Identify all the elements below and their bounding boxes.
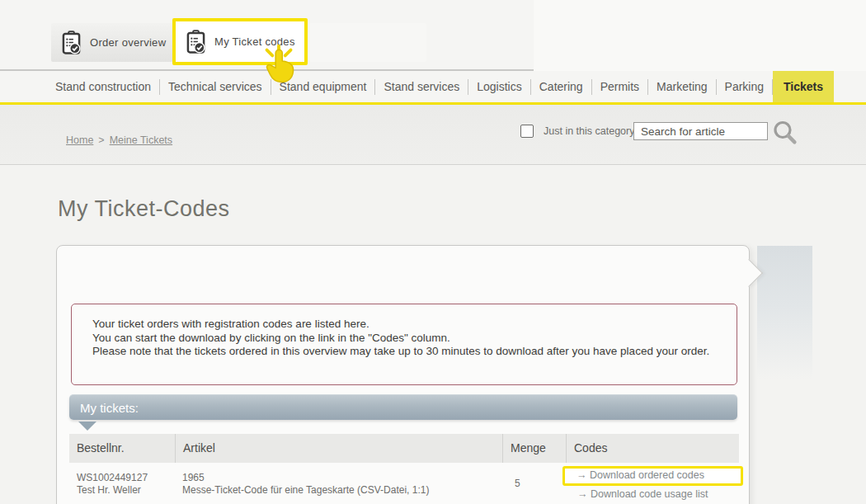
table-row: WS1002449127 Test Hr. Weller 1965 Messe-… — [69, 464, 739, 504]
breadcrumb-current-link[interactable]: Meine Tickets — [110, 134, 172, 146]
tickets-panel: Your ticket orders with registration cod… — [56, 245, 750, 504]
top-strip-right-shade — [534, 0, 866, 71]
order-number-cell: WS1002449127 Test Hr. Weller — [69, 464, 175, 504]
breadcrumb: Home>Meine Tickets — [66, 134, 172, 146]
top-strip: Order overview My Ticket codes — [0, 0, 866, 71]
nav-item-logistics[interactable]: Logistics — [468, 71, 529, 102]
column-header-artikel: Artikel — [175, 434, 502, 463]
nav-item-stand-construction[interactable]: Stand construction — [47, 71, 159, 102]
my-tickets-section-header: My tickets: — [69, 394, 737, 420]
download-highlight-box: → Download ordered codes — [562, 466, 743, 486]
nav-item-permits[interactable]: Permits — [592, 71, 647, 102]
nav-item-marketing[interactable]: Marketing — [648, 71, 715, 102]
subheader-band: Home>Meine Tickets Just in this category — [0, 105, 866, 165]
search-icon[interactable] — [772, 120, 798, 145]
article-name: Messe-Ticket-Code für eine Tageskarte (C… — [182, 484, 497, 497]
category-filter-label: Just in this category — [544, 125, 634, 137]
nav-item-stand-services[interactable]: Stand services — [375, 71, 468, 102]
main-nav: Stand construction Technical services St… — [0, 71, 866, 102]
screen: Order overview My Ticket codes Stan — [0, 0, 866, 504]
quantity-cell: 5 — [502, 464, 566, 504]
search-input[interactable] — [633, 122, 768, 140]
breadcrumb-home-link[interactable]: Home — [66, 134, 93, 146]
section-pointer-triangle — [78, 422, 96, 431]
info-line: Your ticket orders with registration cod… — [92, 318, 717, 332]
order-name: Test Hr. Weller — [77, 484, 170, 497]
category-filter-checkbox[interactable] — [520, 125, 534, 138]
order-overview-label: Order overview — [90, 36, 166, 49]
clipboard-icon — [186, 30, 205, 54]
click-hand-cursor-icon — [256, 40, 304, 87]
empty-tab-placeholder — [309, 23, 426, 62]
page-title: My Ticket-Codes — [58, 196, 230, 222]
order-overview-tab[interactable]: Order overview — [51, 23, 173, 62]
info-line: Please note that the tickets ordered in … — [92, 345, 717, 359]
info-box: Your ticket orders with registration cod… — [71, 304, 737, 385]
article-number: 1965 — [182, 472, 497, 484]
download-ordered-codes-link[interactable]: → Download ordered codes — [577, 469, 704, 481]
download-code-usage-list-link[interactable]: → Download code usage list — [566, 486, 739, 501]
article-cell: 1965 Messe-Ticket-Code für eine Tageskar… — [175, 464, 502, 504]
nav-item-catering[interactable]: Catering — [531, 71, 591, 102]
codes-cell: → Download ordered codes → Download code… — [566, 464, 739, 504]
order-number: WS1002449127 — [77, 472, 170, 484]
column-header-codes: Codes — [566, 434, 739, 463]
column-header-menge: Menge — [502, 434, 566, 463]
nav-item-technical-services[interactable]: Technical services — [160, 71, 271, 102]
column-header-bestellnr: Bestellnr. — [69, 434, 175, 463]
nav-item-tickets[interactable]: Tickets — [773, 71, 834, 102]
quantity-value: 5 — [515, 478, 561, 490]
table-header-row: Bestellnr. Artikel Menge Codes — [69, 434, 739, 463]
breadcrumb-separator: > — [98, 134, 104, 146]
nav-item-parking[interactable]: Parking — [717, 71, 772, 102]
category-filter: Just in this category — [520, 125, 634, 138]
info-line: You can start the download by clicking o… — [92, 332, 717, 346]
right-gradient-panel — [757, 246, 812, 379]
clipboard-icon — [62, 31, 81, 54]
